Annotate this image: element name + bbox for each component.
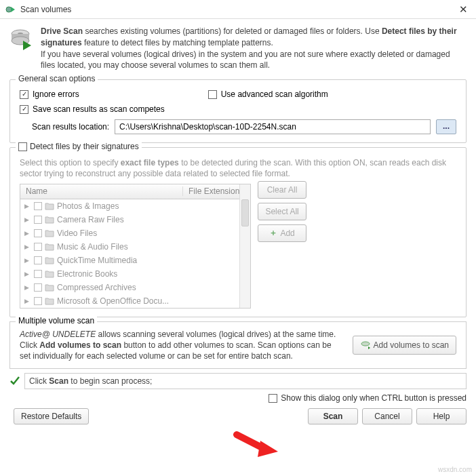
add-button[interactable]: ＋Add: [258, 224, 306, 242]
chevron-right-icon: ▶: [24, 284, 31, 291]
chevron-right-icon: ▶: [24, 230, 31, 237]
folder-icon: [45, 297, 54, 305]
annotation-arrow: [233, 431, 281, 458]
watermark: wsxdn.com: [438, 466, 472, 473]
scan-button[interactable]: Scan: [308, 408, 358, 424]
item-check[interactable]: [34, 283, 42, 292]
chevron-right-icon: ▶: [24, 271, 31, 277]
file-types-table: Name File Extension ▶Photos & Images▶Cam…: [20, 184, 251, 309]
list-item[interactable]: ▶Video Files: [20, 226, 239, 240]
show-dialog-label: Show this dialog only when CTRL button i…: [281, 393, 467, 403]
multi-legend: Multiple volume scan: [16, 316, 97, 325]
item-check[interactable]: [34, 270, 42, 278]
item-check[interactable]: [34, 297, 42, 305]
col-ext[interactable]: File Extension: [183, 186, 239, 196]
general-scan-options: General scan options Ignore errors Use a…: [9, 79, 467, 143]
ignore-errors-label: Ignore errors: [33, 90, 79, 99]
location-input[interactable]: [115, 119, 431, 134]
select-all-button[interactable]: Select All: [258, 203, 306, 220]
signatures-desc: Select this option to specify exact file…: [20, 157, 456, 179]
item-check[interactable]: [34, 256, 42, 264]
list-item[interactable]: ▶Photos & Images: [20, 199, 239, 213]
chevron-right-icon: ▶: [24, 298, 31, 304]
browse-button[interactable]: ...: [436, 119, 456, 134]
chevron-right-icon: ▶: [24, 203, 31, 210]
list-item[interactable]: ▶QuickTime Multimedia: [20, 254, 239, 267]
chevron-right-icon: ▶: [24, 243, 31, 250]
window-title: Scan volumes: [20, 5, 456, 14]
chevron-right-icon: ▶: [24, 216, 31, 223]
svg-point-0: [6, 7, 12, 12]
col-name[interactable]: Name: [20, 186, 183, 196]
add-volumes-button[interactable]: Add volumes to scan: [353, 336, 456, 355]
folder-icon: [45, 283, 54, 292]
hint-text: Click Scan to begin scan process;: [24, 373, 467, 389]
folder-icon: [45, 202, 54, 210]
check-icon: [9, 376, 20, 386]
multi-text: Active@ UNDELETE allows scanning several…: [20, 329, 343, 362]
item-check[interactable]: [34, 229, 42, 237]
signatures-checkbox[interactable]: [18, 142, 27, 151]
chevron-right-icon: ▶: [24, 257, 31, 264]
multiple-volume-scan: Multiple volume scan Active@ UNDELETE al…: [9, 321, 467, 370]
cancel-button[interactable]: Cancel: [362, 408, 412, 424]
save-results-checkbox[interactable]: [20, 105, 28, 114]
ignore-errors-checkbox[interactable]: [20, 90, 28, 99]
folder-icon: [45, 216, 54, 224]
plus-icon: ＋: [269, 227, 277, 239]
show-dialog-checkbox[interactable]: [269, 394, 277, 403]
list-item[interactable]: ▶Music & Audio Files: [20, 240, 239, 254]
intro-text: Drive Scan searches existing volumes (pa…: [41, 26, 467, 71]
folder-icon: [45, 256, 54, 264]
folder-icon: [45, 243, 54, 251]
app-icon: [5, 4, 16, 15]
list-item[interactable]: ▶Electronic Books: [20, 267, 239, 281]
item-check[interactable]: [34, 216, 42, 224]
close-icon[interactable]: ✕: [456, 3, 471, 16]
folder-icon: [45, 270, 54, 278]
drive-scan-icon: [9, 26, 34, 50]
item-check[interactable]: [34, 202, 42, 210]
clear-all-button[interactable]: Clear All: [258, 181, 306, 199]
folder-icon: [45, 229, 54, 237]
scrollbar[interactable]: [239, 184, 250, 308]
detect-signatures: Detect files by their signatures Select …: [9, 147, 467, 317]
advanced-algo-checkbox[interactable]: [208, 90, 217, 99]
location-label: Scan results location:: [32, 122, 109, 132]
signatures-legend: Detect files by their signatures: [30, 142, 139, 151]
general-legend: General scan options: [16, 74, 98, 83]
list-item[interactable]: ▶Compressed Archives: [20, 281, 239, 294]
svg-point-5: [361, 342, 370, 346]
item-check[interactable]: [34, 243, 42, 251]
help-button[interactable]: Help: [416, 408, 467, 424]
drive-icon: [360, 340, 371, 351]
restore-defaults-button[interactable]: Restore Defaults: [14, 408, 89, 424]
advanced-algo-label: Use advanced scan algorithm: [221, 90, 328, 99]
list-item[interactable]: ▶Microsoft & OpenOffice Docu...: [20, 294, 239, 308]
list-item[interactable]: ▶Camera Raw Files: [20, 213, 239, 226]
save-results-label: Save scan results as scan competes: [33, 104, 165, 114]
